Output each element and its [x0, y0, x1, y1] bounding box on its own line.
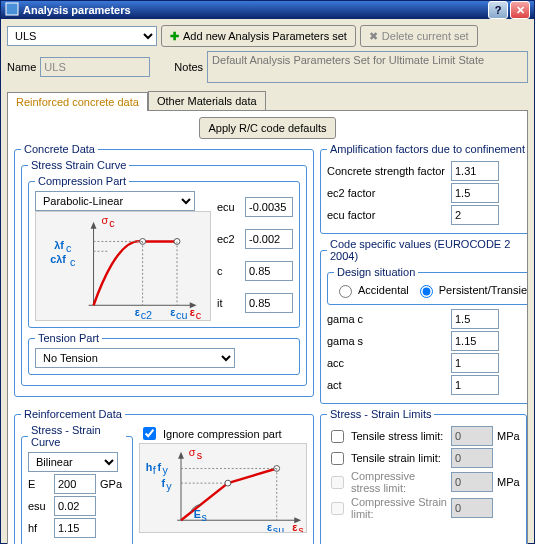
act-input[interactable]: [451, 375, 499, 395]
stress-strain-curve-group: Stress Strain Curve Compression Part Par…: [21, 159, 307, 386]
it-input[interactable]: [245, 293, 293, 313]
amplification-group: Amplification factors due to confinement…: [320, 143, 528, 234]
gama-c-input[interactable]: [451, 309, 499, 329]
persistent-radio[interactable]: Persistent/Transient: [415, 282, 528, 298]
help-button[interactable]: ?: [488, 1, 508, 19]
plus-icon: ✚: [170, 30, 179, 43]
svg-marker-4: [91, 222, 97, 229]
svg-point-7: [140, 239, 146, 245]
parameter-set-select[interactable]: ULS: [7, 26, 157, 46]
delete-set-button: ✖ Delete current set: [360, 25, 478, 47]
svg-text:σ: σ: [189, 446, 196, 458]
svg-text:c: c: [66, 242, 72, 254]
svg-text:ε: ε: [170, 306, 175, 318]
tab-other-materials[interactable]: Other Materials data: [148, 91, 266, 110]
compression-curve-plot: σc: [35, 211, 211, 321]
c-input[interactable]: [245, 261, 293, 281]
ecu-input[interactable]: [245, 197, 293, 217]
svg-point-32: [274, 466, 280, 472]
svg-text:cλf: cλf: [50, 253, 66, 265]
svg-text:h: h: [146, 461, 153, 473]
svg-text:c: c: [196, 309, 202, 320]
compressive-strain-checkbox: Compressive Strain limit:: [327, 496, 447, 520]
svg-text:cu: cu: [176, 309, 187, 320]
E-input[interactable]: [54, 474, 96, 494]
tensile-stress-input: [451, 426, 493, 446]
compression-part-group: Compression Part Parabolic-Linear σc: [28, 175, 300, 328]
delete-icon: ✖: [369, 30, 378, 43]
svg-line-30: [228, 468, 277, 483]
close-button[interactable]: ✕: [510, 1, 530, 19]
reinf-curve-plot: σs hffy: [139, 443, 307, 533]
esu-input[interactable]: [54, 496, 96, 516]
accidental-radio[interactable]: Accidental: [334, 282, 409, 298]
tab-reinforced-concrete[interactable]: Reinforced concrete data: [7, 92, 148, 111]
gama-s-input[interactable]: [451, 331, 499, 351]
acc-input[interactable]: [451, 353, 499, 373]
reinforcement-group: Reinforcement Data Stress - Strain Curve…: [14, 408, 314, 544]
name-label: Name: [7, 61, 36, 73]
svg-text:c2: c2: [141, 309, 152, 320]
window-title: Analysis parameters: [23, 4, 486, 16]
ignore-compression-checkbox[interactable]: Ignore compression part: [139, 424, 307, 443]
reinf-ssc-group: Stress - Strain Curve Bilinear EGPa esu …: [21, 424, 133, 544]
add-set-button[interactable]: ✚ Add new Analysis Parameters set: [161, 25, 356, 47]
svg-point-8: [174, 239, 180, 245]
tension-model-select[interactable]: No Tension: [35, 348, 235, 368]
ec2-input[interactable]: [245, 229, 293, 249]
svg-text:s: s: [197, 449, 202, 461]
compressive-stress-input: [451, 472, 493, 492]
svg-text:f: f: [161, 477, 165, 489]
svg-text:f: f: [153, 464, 156, 476]
svg-text:ε: ε: [135, 306, 140, 318]
app-icon: [5, 2, 19, 18]
svg-text:c: c: [70, 256, 76, 268]
svg-text:ε: ε: [267, 521, 272, 532]
svg-text:f: f: [158, 461, 162, 473]
svg-text:E: E: [194, 508, 201, 520]
tensile-strain-checkbox[interactable]: Tensile strain limit:: [327, 449, 447, 468]
tensile-strain-input: [451, 448, 493, 468]
svg-text:σ: σ: [101, 214, 108, 226]
reinf-model-select[interactable]: Bilinear: [28, 452, 118, 472]
hf-input[interactable]: [54, 518, 96, 538]
code-values-group: Code specific values (EUROCODE 2 2004) D…: [320, 238, 528, 404]
svg-text:su: su: [273, 524, 284, 532]
svg-rect-0: [6, 3, 18, 15]
svg-text:ε: ε: [292, 521, 297, 532]
svg-text:s: s: [202, 511, 207, 523]
compression-model-select[interactable]: Parabolic-Linear: [35, 191, 195, 211]
svg-text:ε: ε: [190, 306, 195, 318]
name-field: [40, 57, 150, 77]
svg-text:λf: λf: [54, 239, 64, 251]
svg-text:s: s: [298, 524, 303, 532]
notes-field: [207, 51, 528, 83]
tension-part-group: Tension Part No Tension: [28, 332, 300, 375]
compressive-stress-checkbox: Compressive stress limit:: [327, 470, 447, 494]
svg-marker-26: [178, 452, 184, 459]
svg-text:y: y: [166, 480, 172, 492]
concrete-data-group: Concrete Data Stress Strain Curve Compre…: [14, 143, 314, 397]
concrete-strength-factor-input[interactable]: [451, 161, 499, 181]
tensile-stress-checkbox[interactable]: Tensile stress limit:: [327, 427, 447, 446]
svg-text:c: c: [109, 217, 115, 229]
ecu-factor-input[interactable]: [451, 205, 499, 225]
design-situation-group: Design situation Accidental Persistent/T…: [327, 266, 528, 305]
notes-label: Notes: [174, 61, 203, 73]
svg-text:y: y: [162, 464, 168, 476]
compressive-strain-input: [451, 498, 493, 518]
ec2-factor-input[interactable]: [451, 183, 499, 203]
stress-strain-limits-group: Stress - Strain Limits Tensile stress li…: [320, 408, 527, 544]
apply-defaults-button[interactable]: Apply R/C code defaults: [199, 117, 335, 139]
